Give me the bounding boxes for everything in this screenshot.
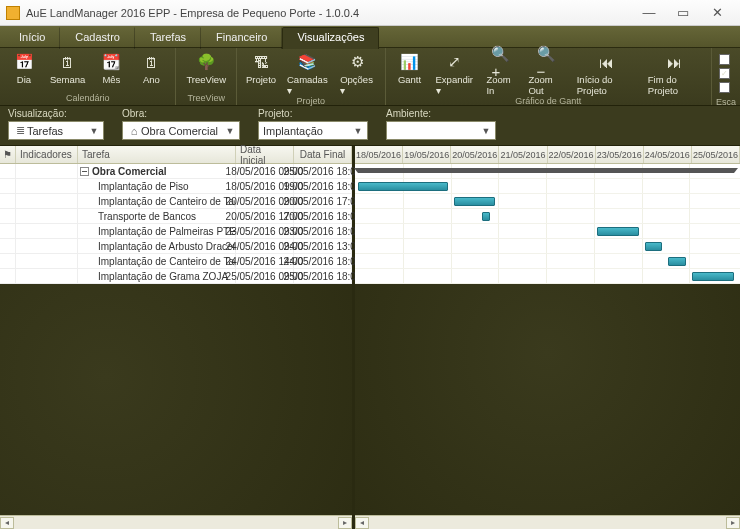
opcoes-icon: ⚙ xyxy=(347,52,367,72)
gantt-task-bar[interactable] xyxy=(692,272,734,281)
dia-icon: 📅 xyxy=(14,52,34,72)
ribbon-btn-opcoes[interactable]: ⚙Opções ▾ xyxy=(334,50,380,96)
cell-indicadores xyxy=(16,179,78,193)
ribbon-btn-zoom-in[interactable]: 🔍+Zoom In xyxy=(480,50,522,96)
ribbon-btn-camadas[interactable]: 📚Camadas ▾ xyxy=(281,50,334,96)
cell-tarefa: Obra Comercial xyxy=(78,164,236,178)
grid-hscrollbar[interactable]: ◂ ▸ xyxy=(0,515,352,529)
table-row[interactable]: Implantação de Palmeiras PTEL23/05/2016 … xyxy=(0,224,352,239)
ribbon-btn-projeto[interactable]: 🏗Projeto xyxy=(241,50,281,96)
tab-cadastro[interactable]: Cadastro xyxy=(60,27,135,49)
ribbon-btn-ano[interactable]: 🗓Ano xyxy=(131,50,171,93)
maximize-button[interactable]: ▭ xyxy=(666,2,700,24)
cell-tarefa: Implantação de Canteiro de Tagetes xyxy=(78,194,236,208)
gantt-task-bar[interactable] xyxy=(668,257,686,266)
gantt-row xyxy=(355,224,740,239)
cell-data-final: 20/05/2016 18:00 xyxy=(294,209,352,223)
obra-label: Obra: xyxy=(122,108,240,119)
ribbon-check-1[interactable]: ✓ xyxy=(719,68,730,79)
gantt-pane: 18/05/201619/05/201620/05/201621/05/2016… xyxy=(355,146,740,529)
ribbon-check-2[interactable] xyxy=(719,82,730,93)
ribbon-btn-dia[interactable]: 📅Dia xyxy=(4,50,44,93)
cell-data-final: 19/05/2016 18:00 xyxy=(294,179,352,193)
gantt-task-bar[interactable] xyxy=(358,182,448,191)
chevron-down-icon: ▼ xyxy=(223,126,237,136)
ribbon-check-0[interactable] xyxy=(719,54,730,65)
ribbon-btn-treeview[interactable]: 🌳TreeView xyxy=(180,50,232,93)
table-row[interactable]: Implantação de Canteiro de Tagetes20/05/… xyxy=(0,194,352,209)
window-title: AuE LandManager 2016 EPP - Empresa de Pe… xyxy=(26,7,632,19)
timeline-day: 20/05/2016 xyxy=(451,146,499,163)
table-row[interactable]: Transporte de Bancos20/05/2016 17:0020/0… xyxy=(0,209,352,224)
ribbon-btn-semana[interactable]: 🗓Semana xyxy=(44,50,91,93)
col-data-inicial[interactable]: Data Inicial xyxy=(236,146,294,163)
tab-visualizações[interactable]: Visualizações xyxy=(282,27,379,49)
gantt-hscrollbar[interactable]: ◂ ▸ xyxy=(355,515,740,529)
cell-flag xyxy=(0,269,16,283)
ribbon-btn-mes[interactable]: 📆Mês xyxy=(91,50,131,93)
col-data-final[interactable]: Data Final xyxy=(294,146,352,163)
ribbon-btn-expandir[interactable]: ⤢Expandir ▾ xyxy=(430,50,481,96)
obra-combo[interactable]: ⌂ Obra Comercial ▼ xyxy=(122,121,240,140)
cell-flag xyxy=(0,224,16,238)
cell-indicadores xyxy=(16,164,78,178)
scroll-right-button[interactable]: ▸ xyxy=(726,517,740,529)
gantt-summary-bar[interactable] xyxy=(358,168,734,173)
ribbon-group-gráfico-de-gantt: 📊Gantt⤢Expandir ▾🔍+Zoom In🔍−Zoom Out⏮Iní… xyxy=(386,48,712,105)
ribbon-group-projeto: 🏗Projeto📚Camadas ▾⚙Opções ▾Projeto xyxy=(237,48,386,105)
gantt-task-bar[interactable] xyxy=(645,242,663,251)
close-button[interactable]: ✕ xyxy=(700,2,734,24)
chevron-down-icon: ▼ xyxy=(479,126,493,136)
cell-flag xyxy=(0,179,16,193)
projeto-label: Projeto: xyxy=(258,108,368,119)
cell-data-final: 24/05/2016 13:00 xyxy=(294,239,352,253)
collapse-icon[interactable] xyxy=(80,167,89,176)
table-row[interactable]: Obra Comercial18/05/2016 09:0025/05/2016… xyxy=(0,164,352,179)
table-row[interactable]: Implantação de Canteiro de Tagetes24/05/… xyxy=(0,254,352,269)
tab-início[interactable]: Início xyxy=(4,27,60,49)
timeline-day: 23/05/2016 xyxy=(596,146,644,163)
table-row[interactable]: Implantação de Arbusto Dracena Marginata… xyxy=(0,239,352,254)
ribbon-group-treeview: 🌳TreeViewTreeView xyxy=(176,48,237,105)
visualizacao-combo[interactable]: ≣ Tarefas ▼ xyxy=(8,121,104,140)
scroll-left-button[interactable]: ◂ xyxy=(0,517,14,529)
ribbon-btn-label: Zoom In xyxy=(486,74,516,96)
gantt-row xyxy=(355,179,740,194)
gantt-empty-area xyxy=(355,284,740,515)
fim-projeto-icon: ⏭ xyxy=(664,52,684,72)
ambiente-label: Ambiente: xyxy=(386,108,496,119)
gantt-task-bar[interactable] xyxy=(454,197,496,206)
col-indicadores[interactable]: Indicadores xyxy=(16,146,78,163)
projeto-combo[interactable]: Implantação ▼ xyxy=(258,121,368,140)
chevron-down-icon: ▼ xyxy=(351,126,365,136)
scroll-left-button[interactable]: ◂ xyxy=(355,517,369,529)
minimize-button[interactable]: — xyxy=(632,2,666,24)
timeline-day: 19/05/2016 xyxy=(403,146,451,163)
ribbon-btn-zoom-out[interactable]: 🔍−Zoom Out xyxy=(522,50,570,96)
table-row[interactable]: Implantação de Grama ZOJA25/05/2016 09:0… xyxy=(0,269,352,284)
col-flag[interactable]: ⚑ xyxy=(0,146,16,163)
ribbon-btn-fim-projeto[interactable]: ⏭Fim do Projeto xyxy=(642,50,707,96)
ribbon-btn-label: TreeView xyxy=(186,74,226,85)
ribbon-btn-inicio-projeto[interactable]: ⏮Início do Projeto xyxy=(571,50,642,96)
expandir-icon: ⤢ xyxy=(445,52,465,72)
mes-icon: 📆 xyxy=(101,52,121,72)
ribbon-group-escala: ✓Esca xyxy=(712,48,740,105)
col-tarefa[interactable]: Tarefa xyxy=(78,146,236,163)
ambiente-combo[interactable]: ▼ xyxy=(386,121,496,140)
ribbon-btn-label: Ano xyxy=(143,74,160,85)
gantt-task-bar[interactable] xyxy=(597,227,639,236)
tab-financeiro[interactable]: Financeiro xyxy=(201,27,282,49)
table-row[interactable]: Implantação de Piso18/05/2016 09:0019/05… xyxy=(0,179,352,194)
ribbon-group-label: Projeto xyxy=(241,96,381,106)
ribbon-btn-gantt[interactable]: 📊Gantt xyxy=(390,50,430,96)
ribbon-group-calendário: 📅Dia🗓Semana📆Mês🗓AnoCalendário xyxy=(0,48,176,105)
tab-tarefas[interactable]: Tarefas xyxy=(135,27,201,49)
scroll-right-button[interactable]: ▸ xyxy=(338,517,352,529)
gantt-task-bar[interactable] xyxy=(482,212,490,221)
cell-flag xyxy=(0,239,16,253)
grid-body: Obra Comercial18/05/2016 09:0025/05/2016… xyxy=(0,164,352,284)
ribbon-group-label: Calendário xyxy=(4,93,171,104)
timeline-header: 18/05/201619/05/201620/05/201621/05/2016… xyxy=(355,146,740,164)
app-icon xyxy=(6,6,20,20)
